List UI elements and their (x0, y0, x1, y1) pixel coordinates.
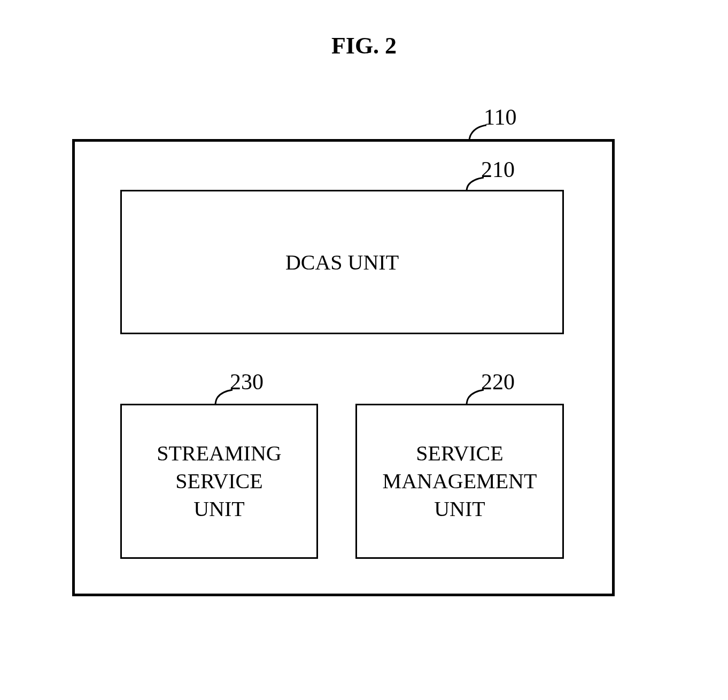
service-management-unit-label: SERVICE MANAGEMENT UNIT (383, 440, 537, 523)
dcas-unit-label: DCAS UNIT (285, 250, 399, 275)
figure-title: FIG. 2 (331, 32, 397, 59)
streaming-service-unit-box: STREAMING SERVICE UNIT (120, 404, 318, 559)
service-management-unit-box: SERVICE MANAGEMENT UNIT (355, 404, 564, 559)
dcas-unit-box: DCAS UNIT (120, 190, 564, 334)
streaming-service-unit-label: STREAMING SERVICE UNIT (157, 440, 281, 523)
